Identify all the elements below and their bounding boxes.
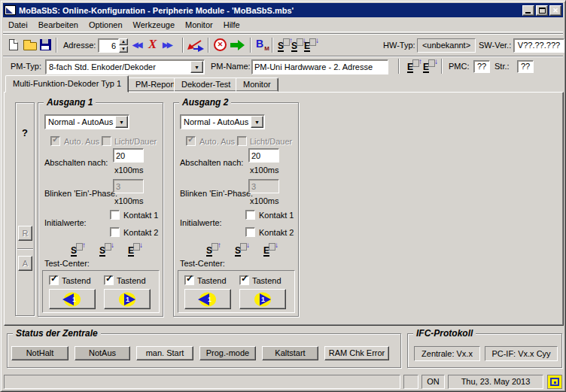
ausgang2-initialwerte-label: Initialwerte:	[180, 218, 222, 227]
maximize-icon	[539, 8, 546, 14]
man-start-button[interactable]: man. Start	[136, 346, 193, 360]
ausgang1-auto-aus-label: Auto. Aus	[64, 137, 99, 146]
chevron-down-icon[interactable]	[190, 61, 203, 73]
ausgang2-auto-aus-label: Auto. Aus	[199, 137, 235, 146]
store-read-icon[interactable]: S	[277, 38, 292, 52]
pmc-label: PMC:	[449, 62, 470, 71]
ausgang1-blinken-unit: x100ms	[114, 196, 144, 205]
ram-chk-error-button[interactable]: RAM Chk Error	[324, 346, 389, 360]
ifc-pcif-value: PC-IF: Vx.x Cyy	[485, 346, 558, 361]
maximize-button[interactable]	[536, 5, 548, 16]
ausgang1-kontakt2-checkbox[interactable]	[110, 227, 120, 237]
delete-icon[interactable]: X	[148, 38, 157, 50]
r-button: R	[18, 226, 32, 241]
tab-dekoder-test[interactable]: Dekoder-Test	[174, 77, 238, 92]
ausgang1-abschalten-unit: x100ms	[114, 166, 144, 175]
ausgang1-store-read-icon[interactable]: S	[70, 243, 85, 257]
ausgang1-tastend-left-checkbox[interactable]	[49, 275, 59, 285]
ausgang1-licht-dauer-checkbox	[102, 136, 111, 146]
ifc-protokoll-title: IFC-Protokoll	[413, 328, 476, 339]
stop-icon[interactable]	[214, 38, 227, 51]
notaus-button[interactable]: NotAus	[75, 346, 130, 360]
ausgang1-test-right-button[interactable]: 1	[104, 289, 151, 309]
ausgang2-tastend-right-checkbox[interactable]	[239, 275, 249, 285]
ausgang2-tastend-right-label: Tastend	[252, 276, 281, 285]
menu-werkzeuge[interactable]: Werkzeuge	[128, 19, 180, 31]
menu-bearbeiten[interactable]: Bearbeiten	[33, 19, 84, 31]
ausgang1-eeprom-write-icon[interactable]: E	[127, 243, 142, 257]
ausgang2-eeprom-write-icon[interactable]: E	[263, 243, 278, 257]
ausgang1-kontakt1-checkbox[interactable]	[110, 210, 120, 220]
ausgang1-store-write-icon[interactable]: S	[99, 243, 114, 257]
ausgang1-title: Ausgang 1	[44, 97, 96, 108]
ausgang2-test-left-button[interactable]: 1	[184, 289, 231, 309]
monitor-b-icon[interactable]: BM	[256, 38, 269, 51]
prog-mode-button[interactable]: Prog.-mode	[199, 346, 256, 360]
ausgang2-kontakt2-label: Kontakt 2	[259, 228, 294, 237]
menu-monitor[interactable]: Monitor	[180, 19, 218, 31]
tab-monitor[interactable]: Monitor	[236, 77, 278, 92]
statusbar-date: Thu, 23. May 2013	[448, 375, 543, 389]
ausgang2-mode-select[interactable]: Normal - AutoAus	[180, 114, 265, 129]
chevron-down-icon[interactable]	[115, 116, 128, 128]
new-file-icon[interactable]	[9, 39, 18, 50]
adresse-spin-up-icon[interactable]	[119, 38, 128, 45]
close-button[interactable]	[549, 5, 561, 16]
ausgang1-mode-select[interactable]: Normal - AutoAus	[44, 114, 129, 129]
adresse-input[interactable]	[98, 38, 119, 53]
encoder-write-icon[interactable]: E	[422, 59, 437, 73]
ausgang2-store-read-icon[interactable]: S	[205, 243, 221, 257]
separator	[17, 248, 33, 250]
separator	[182, 38, 184, 53]
adresse-label: Adresse:	[63, 41, 96, 50]
ausgang1-initialwerte-label: Initialwerte:	[44, 218, 87, 227]
chevron-down-icon[interactable]	[251, 116, 263, 128]
go-icon[interactable]	[230, 40, 245, 50]
save-file-icon[interactable]	[40, 39, 51, 50]
hw-typ-value: <unbekannt>	[417, 38, 476, 53]
pm-typ-select[interactable]: 8-fach Std. Enkoder/Dekoder	[45, 59, 205, 74]
ausgang1-tastend-right-checkbox[interactable]	[104, 275, 114, 285]
menu-datei[interactable]: Datei	[3, 19, 33, 31]
minimize-icon	[525, 12, 531, 14]
window-title: MoBaSbS: Online-Konfiguration - Peripher…	[19, 6, 294, 15]
ausgang2-store-write-icon[interactable]: S	[234, 243, 249, 257]
previous-address-icon[interactable]	[132, 41, 141, 49]
adresse-spin-down-icon[interactable]	[119, 46, 128, 53]
ausgang2-group: Ausgang 2 Normal - AutoAus Auto. Aus Lic…	[173, 102, 299, 317]
ausgang2-abschalten-input[interactable]	[248, 148, 279, 163]
connect-disconnect-icon[interactable]	[187, 39, 204, 52]
open-file-icon[interactable]	[23, 42, 37, 50]
kaltstart-button[interactable]: Kaltstart	[262, 346, 318, 360]
ausgang2-tastend-left-label: Tastend	[197, 276, 227, 285]
eeprom-write-icon[interactable]: E	[303, 38, 318, 52]
ifc-protokoll-group: IFC-Protokoll Zentrale: Vx.x PC-IF: Vx.x…	[407, 333, 562, 368]
minimize-button[interactable]	[522, 5, 534, 16]
toolbar-main: Adresse: X BM S S E HW-	[3, 33, 563, 56]
ausgang2-test-right-button[interactable]: 1	[239, 289, 286, 309]
ausgang2-licht-dauer-checkbox	[237, 136, 247, 146]
nothalt-button[interactable]: NotHalt	[11, 346, 68, 360]
tab-multi-funktion-dekoder[interactable]: Multi-Funktion-Dekoder Typ 1	[5, 75, 129, 93]
ausgang2-blinken-input	[248, 179, 279, 193]
toolbar-pm: PM-Typ: 8-fach Std. Enkoder/Dekoder PM-N…	[3, 56, 563, 75]
ausgang1-tastend-left-label: Tastend	[62, 276, 91, 285]
ausgang2-kontakt1-checkbox[interactable]	[245, 210, 255, 220]
ifc-zentrale-value: Zentrale: Vx.x	[414, 346, 480, 361]
ausgang1-test-left-button[interactable]: 1	[49, 289, 96, 309]
separator	[250, 38, 251, 53]
menu-optionen[interactable]: Optionen	[84, 19, 128, 31]
help-label: ?	[16, 127, 34, 138]
pm-name-input[interactable]	[251, 59, 388, 74]
ausgang1-abschalten-input[interactable]	[113, 148, 144, 163]
encoder-read-icon[interactable]: E	[406, 59, 421, 73]
str-label: Str.:	[494, 62, 510, 71]
ausgang2-kontakt2-checkbox[interactable]	[245, 227, 255, 237]
side-group: ? R A	[15, 102, 35, 316]
ausgang2-kontakt1-label: Kontakt 1	[259, 211, 294, 220]
menu-hilfe[interactable]: Hilfe	[218, 19, 245, 31]
ausgang1-test-center-panel: Tastend Tastend 1 1	[42, 270, 160, 313]
separator	[272, 38, 273, 53]
ausgang2-tastend-left-checkbox[interactable]	[184, 275, 194, 285]
next-address-icon[interactable]	[163, 41, 171, 49]
